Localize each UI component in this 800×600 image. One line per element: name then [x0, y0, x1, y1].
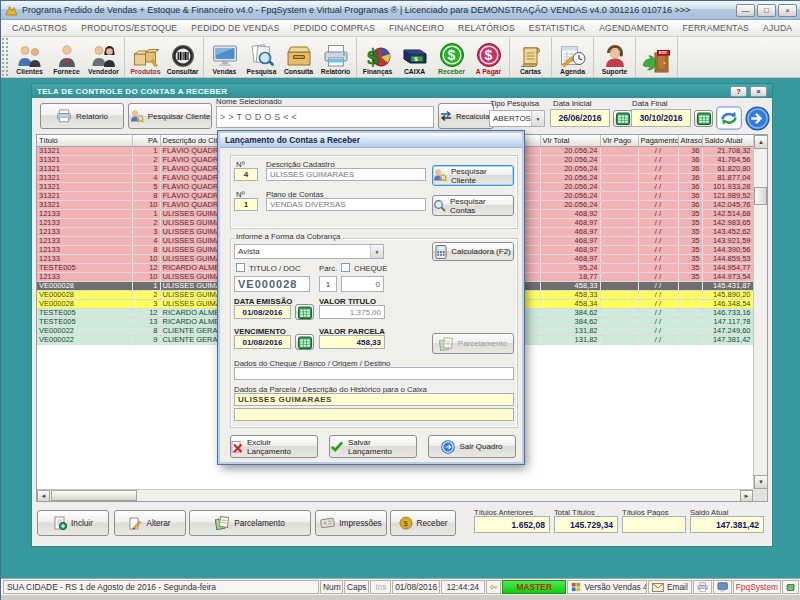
maximize-button[interactable]: □: [757, 4, 776, 17]
titulo-doc-checkbox[interactable]: [236, 263, 245, 272]
parcelamento-button[interactable]: Parcelamento: [189, 510, 311, 536]
plano-contas-field[interactable]: VENDAS DIVERSAS: [266, 198, 426, 211]
vertical-scrollbar[interactable]: ▲ ▼: [753, 135, 767, 489]
incluir-button[interactable]: Incluir: [37, 510, 109, 536]
supplier-icon: [55, 42, 79, 68]
toolbar-button-relatorio[interactable]: Relatório: [317, 37, 354, 77]
data-emissao-field[interactable]: 01/08/2016: [234, 305, 291, 319]
titulo-doc-field[interactable]: VE000028: [234, 276, 310, 292]
panel-header: TELA DE CONTROLE DO CONTAS A RECEBER ? ×: [32, 84, 772, 98]
toolbar-button-consulta[interactable]: Consulta: [280, 37, 317, 77]
toolbar-button-fornece[interactable]: Fornece: [48, 37, 85, 77]
parc-field[interactable]: 1: [319, 276, 337, 292]
toolbar-button-a-pagar[interactable]: $A Pagar: [470, 37, 507, 77]
toolbar-button-receber[interactable]: $Receber: [433, 37, 470, 77]
data-emissao-calendar-button[interactable]: [295, 304, 314, 320]
vertical-scroll-thumb[interactable]: [754, 187, 767, 205]
monitor-status-icon[interactable]: [713, 580, 732, 594]
toolbar-button-caixa[interactable]: $CAIXA: [396, 37, 433, 77]
toolbar-button-vendedor[interactable]: Vendedor: [85, 37, 122, 77]
valor-parcela-field[interactable]: 458,33: [319, 335, 385, 349]
status-email[interactable]: Email: [648, 580, 692, 594]
toolbar-button-vendas[interactable]: Vendas: [206, 37, 243, 77]
menu-item-pedido-compras[interactable]: PEDIDO COMPRAS: [286, 23, 382, 33]
menu-item-relatorios[interactable]: RELATÓRIOS: [451, 23, 522, 33]
dialog-pesquisar-cliente-button[interactable]: Pesquisar Cliente: [432, 165, 514, 186]
column-header-titulo[interactable]: Título: [37, 135, 132, 146]
salvar-lancamento-button[interactable]: Salvar Lançamento: [329, 435, 417, 458]
menu-item-produtos-estoque[interactable]: PRODUTOS/ESTOQUE: [74, 23, 184, 33]
horizontal-scrollbar[interactable]: ◄ ►: [37, 489, 753, 501]
toolbar-button-produtos[interactable]: Produtos: [127, 37, 164, 77]
data-inicial-calendar-button[interactable]: [613, 110, 632, 127]
scroll-left-icon[interactable]: ◄: [37, 490, 50, 502]
excluir-lancamento-button[interactable]: Excluir Lançamento: [230, 435, 318, 458]
descricao-cadastro-field[interactable]: ULISSES GUIMARAES: [266, 168, 426, 181]
data-final-input[interactable]: 30/10/2016: [631, 109, 691, 127]
valor-titulo-field[interactable]: 1.375,00: [319, 305, 385, 319]
toolbar-button-pesquisa[interactable]: Pesquisa: [243, 37, 280, 77]
tipo-pesquisa-select[interactable]: ABERTOS ▼: [489, 110, 545, 127]
relatorio-button[interactable]: Relatório: [40, 103, 124, 129]
menu-item-agendamento[interactable]: AGENDAMENTO: [592, 23, 675, 33]
printer-status-icon[interactable]: [693, 580, 712, 594]
scroll-up-icon[interactable]: ▲: [754, 135, 768, 149]
close-button[interactable]: ×: [778, 4, 797, 17]
toolbar-button-consultar[interactable]: Consultar: [164, 37, 201, 77]
panel-help-button[interactable]: ?: [730, 86, 747, 97]
refresh-icon: [716, 106, 742, 130]
data-inicial-input[interactable]: 26/06/2016: [550, 109, 610, 127]
refresh-button[interactable]: [716, 106, 742, 130]
dialog-titlebar[interactable]: Lançamento do Contas a Receber: [220, 133, 522, 148]
sair-quadro-button[interactable]: Sair Quadro: [428, 435, 516, 458]
scroll-right-icon[interactable]: ►: [740, 490, 753, 502]
horizontal-scroll-thumb[interactable]: [51, 490, 137, 501]
impressoes-button[interactable]: Impressões: [315, 510, 387, 536]
dados-cheque-input[interactable]: [234, 367, 514, 380]
cadastro-num-field[interactable]: 4: [234, 168, 258, 181]
toolbar-button-suporte[interactable]: Suporte: [596, 37, 633, 77]
pesquisar-contas-button[interactable]: Pesquisar Contas: [432, 195, 514, 216]
plano-num-field[interactable]: 1: [234, 198, 258, 211]
menu-item-pedido-de-vendas[interactable]: PEDIDO DE VENDAS: [184, 23, 286, 33]
calculadora-button[interactable]: Calculadora (F2): [432, 242, 514, 261]
toolbar-groups: ClientesForneceVendedorProdutosConsultar…: [9, 37, 678, 77]
cheque-field[interactable]: 0: [341, 276, 384, 292]
toolbar-button-agenda[interactable]: Agenda: [554, 37, 591, 77]
panel-close-button[interactable]: ×: [750, 86, 767, 97]
dados-parcela-input[interactable]: ULISSES GUIMARAES: [234, 393, 514, 406]
toolbar-button-financas[interactable]: $Finanças: [359, 37, 396, 77]
menu-item-ferramentas[interactable]: FERRAMENTAS: [676, 23, 757, 33]
vencimento-field[interactable]: 01/08/2016: [234, 335, 291, 349]
forma-cobranca-select[interactable]: Avista ▼: [234, 244, 384, 259]
menu-item-financeiro[interactable]: FINANCEIRO: [382, 23, 451, 33]
dados-parcela-input-2[interactable]: [234, 408, 514, 421]
toolbar-button-exit-icon[interactable]: EXIT: [638, 37, 675, 77]
receber-button[interactable]: $Receber: [390, 510, 456, 536]
nome-selecionado-input[interactable]: >>TODOS<<: [216, 106, 434, 128]
next-button[interactable]: [745, 106, 770, 131]
minimize-button[interactable]: —: [736, 4, 755, 17]
alterar-button[interactable]: Alterar: [114, 510, 186, 536]
toolbar-button-clientes[interactable]: Clientes: [11, 37, 48, 77]
column-header-pa[interactable]: PA: [132, 135, 160, 146]
pesquisar-cliente-button[interactable]: Pesquisar Cliente: [128, 103, 212, 129]
cheque-checkbox[interactable]: [341, 263, 350, 272]
data-final-calendar-button[interactable]: [694, 110, 713, 127]
column-header-saldo-atual[interactable]: Saldo Atual: [702, 135, 753, 146]
menu-item-ajuda[interactable]: AJUDA: [756, 23, 799, 33]
toolbar-button-cartas[interactable]: Cartas: [512, 37, 549, 77]
column-header-atraso[interactable]: Atraso: [678, 135, 702, 146]
svg-text:$: $: [447, 47, 455, 63]
recalcular-button[interactable]: Recalcular: [438, 103, 494, 129]
menu-item-estatistica[interactable]: ESTATISTICA: [522, 23, 592, 33]
status-date: 01/08/2016: [392, 580, 439, 594]
column-header-vlr-total[interactable]: Vlr Total: [540, 135, 600, 146]
column-header-vlr-pago[interactable]: Vlr Pago: [600, 135, 638, 146]
scroll-down-icon[interactable]: ▼: [754, 475, 768, 489]
vencimento-calendar-button[interactable]: [295, 334, 314, 350]
status-user-badge: MASTER: [502, 580, 566, 594]
menu-item-cadastros[interactable]: CADASTROS: [5, 23, 74, 33]
parcelamento-dialog-button[interactable]: Parcelamento: [432, 333, 514, 354]
column-header-pagamento[interactable]: Pagamento: [638, 135, 678, 146]
